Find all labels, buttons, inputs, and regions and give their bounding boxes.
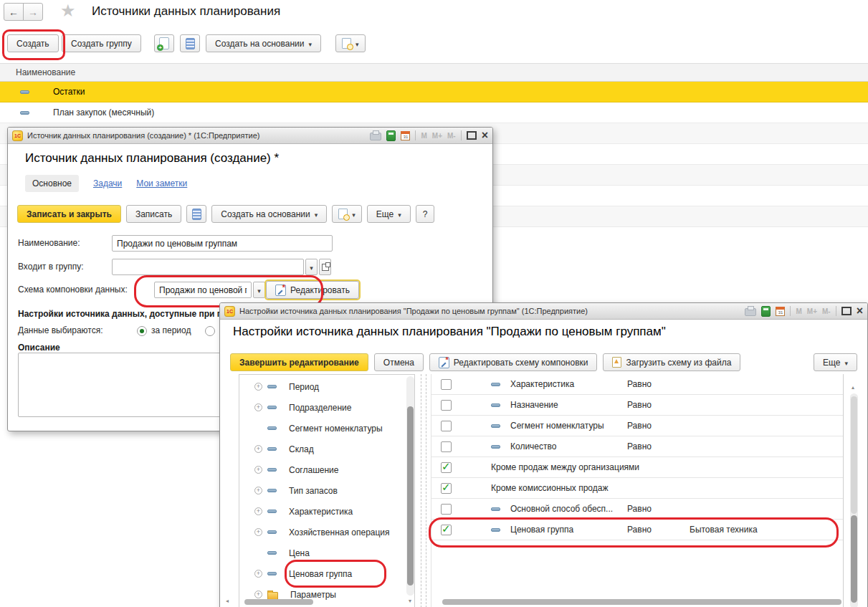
load-schema-button[interactable]: Загрузить схему из файла xyxy=(603,353,740,371)
create-button[interactable]: Создать xyxy=(7,34,59,52)
expand-plus-icon[interactable] xyxy=(254,487,262,494)
tree-item[interactable]: Хозяйственная операция xyxy=(239,522,414,543)
scrollbar-thumb[interactable] xyxy=(851,515,857,603)
radio-period[interactable] xyxy=(137,326,147,336)
filter-row-price-group[interactable]: Ценовая группа Равно Бытовая техника xyxy=(431,520,844,540)
checkbox-unchecked[interactable] xyxy=(441,421,452,431)
filter-row[interactable]: Сегмент номенклатуры Равно xyxy=(431,416,844,436)
memory-mplus-button[interactable]: M+ xyxy=(807,307,817,315)
checkbox-unchecked[interactable] xyxy=(441,379,452,390)
memory-m-button[interactable]: M xyxy=(421,132,426,140)
memory-m-button[interactable]: M xyxy=(796,307,801,315)
memory-mminus-button[interactable]: M- xyxy=(447,132,456,140)
copy-item-button[interactable] xyxy=(154,34,174,52)
edit-composition-schema-button[interactable]: Редактировать схему компоновки xyxy=(429,353,598,371)
column-header-name[interactable]: Наименование xyxy=(16,67,75,77)
favorite-star-icon[interactable]: ★ xyxy=(60,1,76,21)
memory-mplus-button[interactable]: M+ xyxy=(432,132,442,140)
filter-row[interactable]: Назначение Равно xyxy=(431,395,844,416)
dropdown-button[interactable] xyxy=(253,282,265,298)
tree-vertical-scrollbar[interactable] xyxy=(406,376,414,596)
list-row[interactable]: План закупок (месячный) xyxy=(0,102,868,123)
close-icon[interactable]: × xyxy=(857,306,863,316)
tree-item[interactable]: Подразделение xyxy=(239,397,414,418)
dropdown-button[interactable] xyxy=(305,259,318,275)
dialog1-titlebar[interactable]: 1С Источник данных планирования (создани… xyxy=(8,128,492,144)
panel-splitter[interactable] xyxy=(421,374,421,607)
tree-item[interactable]: Склад xyxy=(239,439,414,459)
tree-item[interactable]: Тип запасов xyxy=(239,480,414,501)
checkbox-checked[interactable] xyxy=(441,483,452,494)
tree-item[interactable]: Период xyxy=(239,376,414,397)
checkbox-unchecked[interactable] xyxy=(441,400,452,411)
history-button[interactable] xyxy=(186,205,206,223)
checkbox-checked[interactable] xyxy=(441,462,452,473)
checkbox-checked[interactable] xyxy=(441,525,452,535)
filter-row[interactable]: Кроме продаж между организациями xyxy=(431,457,844,478)
expand-plus-icon[interactable] xyxy=(254,383,262,391)
calendar-icon[interactable]: 31 xyxy=(401,131,410,140)
scroll-down-arrow-icon[interactable]: ▾ xyxy=(409,598,411,604)
choose-from-list-button[interactable] xyxy=(319,259,331,275)
radio-second[interactable] xyxy=(205,326,215,336)
rows-horizontal-scrollbar-thumb[interactable] xyxy=(442,599,841,605)
finish-editing-button[interactable]: Завершить редактирование xyxy=(230,353,368,371)
calculator-icon[interactable] xyxy=(386,130,396,141)
maximize-icon[interactable] xyxy=(841,307,852,315)
back-button[interactable]: ← xyxy=(4,3,24,21)
tree-item-price-group[interactable]: Ценовая группа xyxy=(239,563,414,584)
dialog2-titlebar[interactable]: 1С Настройки источника данных планирован… xyxy=(220,303,867,320)
expand-plus-icon[interactable] xyxy=(254,466,262,474)
schema-field[interactable] xyxy=(154,282,252,298)
report-dropdown-button[interactable] xyxy=(335,34,366,52)
create-based-on-button[interactable]: Создать на основании xyxy=(211,205,327,223)
history-button[interactable] xyxy=(180,34,200,52)
expand-plus-icon[interactable] xyxy=(254,403,262,411)
tab-tasks[interactable]: Задачи xyxy=(93,178,122,188)
create-based-on-button[interactable]: Создать на основании xyxy=(206,34,321,52)
save-and-close-button[interactable]: Записать и закрыть xyxy=(17,205,121,223)
name-field[interactable] xyxy=(112,235,333,252)
save-button[interactable]: Записать xyxy=(126,205,181,223)
calendar-icon[interactable]: 31 xyxy=(776,307,785,316)
tree-item[interactable]: Соглашение xyxy=(239,459,414,480)
print-icon[interactable] xyxy=(745,308,756,316)
create-group-button[interactable]: Создать группу xyxy=(62,34,141,52)
help-button[interactable]: ? xyxy=(416,205,435,223)
expand-plus-icon[interactable] xyxy=(254,591,262,598)
scrollbar-thumb[interactable] xyxy=(851,396,857,514)
report-dropdown-button[interactable] xyxy=(332,205,362,223)
tree-horizontal-scrollbar-thumb[interactable] xyxy=(244,599,313,605)
checkbox-unchecked[interactable] xyxy=(441,441,452,452)
memory-mminus-button[interactable]: M- xyxy=(822,307,831,315)
scroll-left-arrow-icon[interactable]: ◂ xyxy=(226,598,229,604)
list-row-selected[interactable]: Остатки xyxy=(0,82,868,102)
parent-group-field[interactable] xyxy=(112,259,304,275)
filter-row[interactable]: Основной способ обесп... Равно xyxy=(431,499,844,520)
scroll-up-arrow-icon[interactable]: ▴ xyxy=(852,385,854,391)
calculator-icon[interactable] xyxy=(761,306,771,317)
tree-item[interactable]: Сегмент номенклатуры xyxy=(239,418,414,439)
tree-item[interactable]: Характеристика xyxy=(239,501,414,522)
more-button[interactable]: Еще xyxy=(814,353,857,371)
expand-plus-icon[interactable] xyxy=(254,507,262,515)
edit-schema-button[interactable]: Редактировать xyxy=(266,281,359,299)
print-icon[interactable] xyxy=(370,133,381,140)
cancel-button[interactable]: Отмена xyxy=(374,353,424,371)
checkbox-unchecked[interactable] xyxy=(441,504,452,515)
filter-row[interactable]: Характеристика Равно xyxy=(431,374,844,395)
expand-plus-icon[interactable] xyxy=(254,528,262,536)
close-icon[interactable]: × xyxy=(482,130,488,140)
forward-button[interactable]: → xyxy=(23,3,43,21)
tab-main[interactable]: Основное xyxy=(25,175,79,192)
filter-row[interactable]: Количество Равно xyxy=(431,436,844,457)
expand-plus-icon[interactable] xyxy=(254,570,262,578)
expand-plus-icon[interactable] xyxy=(254,445,262,453)
more-button[interactable]: Еще xyxy=(367,205,411,223)
filter-row[interactable]: Кроме комиссионных продаж xyxy=(431,478,844,499)
tree-item[interactable]: Цена xyxy=(239,543,414,563)
scrollbar-thumb[interactable] xyxy=(407,406,414,586)
rows-vertical-scrollbar[interactable] xyxy=(850,393,858,607)
tab-my-notes[interactable]: Мои заметки xyxy=(136,178,187,188)
panel-splitter[interactable] xyxy=(426,374,426,607)
